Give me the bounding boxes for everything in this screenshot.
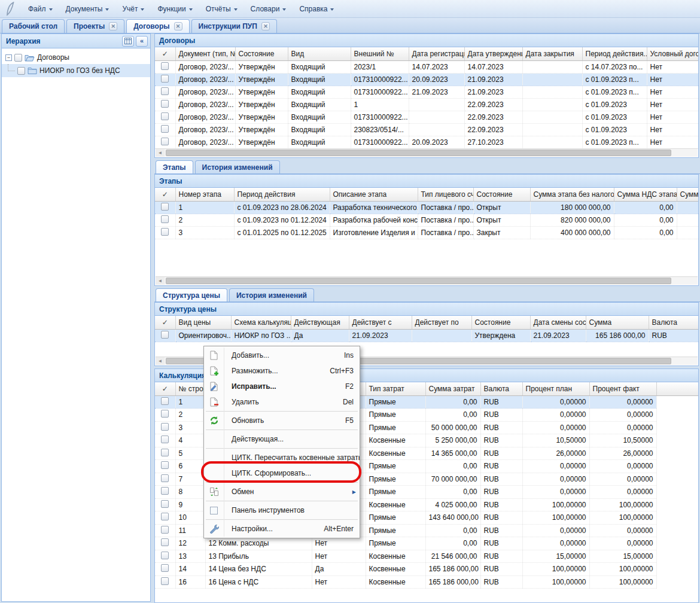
cell[interactable]	[522, 123, 582, 136]
row-checkbox[interactable]	[161, 487, 169, 495]
cell[interactable]: 21.09.2023	[464, 73, 522, 86]
tree-node-contracts[interactable]: − Договоры	[2, 51, 150, 64]
cell[interactable]: Утверждён	[235, 98, 288, 111]
cell[interactable]: Входящий	[288, 73, 351, 86]
menu-accounting[interactable]: Учёт	[115, 2, 151, 16]
cell[interactable]: 165 186 000,00	[586, 329, 649, 342]
cell[interactable]: Разработка технического...	[330, 201, 418, 214]
cell[interactable]: 8	[175, 486, 205, 499]
cell[interactable]: Утверждён	[235, 123, 288, 136]
cell[interactable]: 14 365 000,00	[425, 447, 480, 460]
tab-instructions[interactable]: Инструкции ПУП✕	[191, 19, 277, 33]
tab-projects[interactable]: Проекты✕	[66, 19, 124, 33]
cell[interactable]: 13	[175, 550, 205, 563]
contracts-hscrollbar[interactable]: ◄	[156, 148, 698, 157]
column-header[interactable]	[656, 382, 699, 395]
cell[interactable]: 1	[175, 201, 234, 214]
tree-node-niokr[interactable]: НИОКР по ГОЗ без НДС	[2, 64, 150, 77]
cell[interactable]: 16 Цена с НДС	[205, 575, 312, 589]
table-row[interactable]: 1с 01.09.2023 по 28.06.2024Разработка те…	[155, 201, 699, 214]
cell[interactable]: RUB	[480, 524, 522, 537]
row-checkbox[interactable]	[161, 552, 169, 559]
row-checkbox[interactable]	[161, 228, 169, 236]
cell[interactable]: 26,00000	[589, 447, 656, 460]
cell[interactable]: Входящий	[288, 111, 351, 123]
cell[interactable]: 165 186 000,00	[425, 563, 480, 576]
cell[interactable]: 14	[175, 563, 205, 576]
cell[interactable]: Прямые	[366, 395, 425, 409]
cell[interactable]	[412, 329, 471, 342]
column-header[interactable]: Вид цены	[175, 316, 231, 329]
menu-item[interactable]: Обмен▶	[204, 484, 360, 500]
cell[interactable]	[409, 123, 464, 136]
scroll-thumb[interactable]	[166, 278, 671, 284]
cell[interactable]: RUB	[480, 409, 522, 422]
menu-item[interactable]: Настройки...Alt+Enter	[204, 521, 360, 537]
cell[interactable]: Нет	[312, 550, 366, 563]
cell[interactable]: 100,00000	[589, 563, 656, 576]
cell[interactable]: Косвенные	[366, 575, 425, 589]
cell[interactable]: 4 025 000,00	[425, 498, 480, 511]
column-header[interactable]: Действует с	[349, 316, 412, 329]
cell[interactable]: 6	[175, 460, 205, 473]
row-checkbox[interactable]	[161, 215, 169, 223]
cell[interactable]: 0,00000	[589, 421, 656, 434]
cell[interactable]: Косвенные	[366, 498, 425, 511]
cell[interactable]: Косвенные	[366, 447, 425, 460]
column-header[interactable]: Состояние	[473, 188, 530, 201]
cell[interactable]: 5 250 000,00	[425, 434, 480, 447]
cell[interactable]: 820 000 000,00	[530, 214, 614, 226]
cell[interactable]: Прямые	[366, 460, 425, 473]
cell[interactable]: с 14.07.2023 по...	[582, 60, 647, 73]
cell[interactable]: Изготовление Изделия и ...	[330, 226, 418, 239]
cell[interactable]: 7	[175, 473, 205, 486]
column-header[interactable]: Валюта	[649, 316, 699, 329]
menu-item[interactable]: ЦИТК. Сформировать...	[204, 465, 360, 481]
cell[interactable]: 22.09.2023	[464, 111, 522, 123]
cell[interactable]: 50 000 000,00	[425, 421, 480, 434]
cell[interactable]: 21.09.2023	[530, 329, 586, 342]
cell[interactable]: RUB	[480, 395, 522, 409]
select-all-header[interactable]: ✓	[155, 316, 175, 329]
cell[interactable]: 20.09.2023	[409, 73, 464, 86]
cell[interactable]	[522, 111, 582, 123]
cell[interactable]: Поставка / про...	[418, 226, 473, 239]
cell[interactable]: 100,00000	[589, 511, 656, 525]
cell[interactable]: 017310000922...	[351, 136, 409, 148]
row-checkbox[interactable]	[161, 526, 169, 534]
cell[interactable]: Договор, 2023/...	[175, 60, 235, 73]
cell[interactable]: 0,00	[425, 486, 480, 499]
cell[interactable]: 0,00000	[522, 473, 589, 486]
column-header[interactable]: Описание этапа	[330, 188, 418, 201]
row-checkbox[interactable]	[161, 203, 169, 211]
column-header[interactable]: Номер этапа	[175, 188, 234, 201]
cell[interactable]: Открыт	[473, 201, 530, 214]
cell[interactable]: с 01.09.2023	[582, 111, 647, 123]
cell[interactable]: Поставка / про...	[418, 201, 473, 214]
cell[interactable]: 0,00000	[589, 473, 656, 486]
cell[interactable]: Нет	[647, 73, 699, 86]
cell[interactable]	[522, 136, 582, 148]
cell[interactable]: 100,00000	[522, 575, 589, 589]
row-checkbox[interactable]	[161, 100, 169, 108]
table-row[interactable]: Договор, 2023/...УтверждёнВходящий2023/1…	[155, 60, 699, 73]
cell[interactable]: 5	[175, 447, 205, 460]
row-checkbox[interactable]	[161, 331, 169, 339]
cell[interactable]: НИОКР по ГОЗ ...	[231, 329, 291, 342]
cell[interactable]: 0,00000	[522, 486, 589, 499]
cell[interactable]: 230823/0514/...	[351, 123, 409, 136]
cell[interactable]: Входящий	[288, 98, 351, 111]
column-header[interactable]: Сумма этапа без налогов	[530, 188, 614, 201]
cell[interactable]: 21.09.2023	[409, 86, 464, 98]
cell[interactable]: 0,00000	[589, 460, 656, 473]
cell[interactable]: Закрыт	[473, 226, 530, 239]
cell[interactable]: 0,00000	[589, 524, 656, 537]
cell[interactable]: 0,00	[425, 460, 480, 473]
menu-item[interactable]: Действующая...	[204, 431, 360, 447]
cell[interactable]: Входящий	[288, 60, 351, 73]
cell[interactable]: RUB	[480, 575, 522, 589]
table-row[interactable]: 1313 ПрибыльНетКосвенные21 546 000,00RUB…	[155, 550, 699, 563]
cell[interactable]: 14.07.2023	[464, 60, 522, 73]
row-checkbox[interactable]	[161, 474, 169, 482]
cell[interactable]: 0,00000	[589, 395, 656, 409]
